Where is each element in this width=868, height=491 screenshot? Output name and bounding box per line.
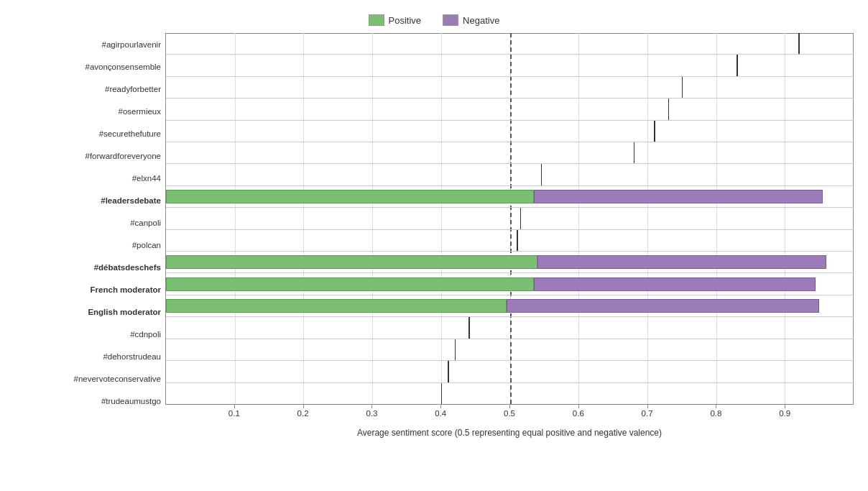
x-axis: 0.10.20.30.40.50.60.70.80.9 bbox=[165, 405, 854, 426]
x-tick-label: 0.8 bbox=[710, 409, 721, 418]
bar-row bbox=[166, 295, 854, 317]
bar-row bbox=[166, 186, 854, 208]
positive-bar bbox=[166, 255, 537, 269]
x-tick-label: 0.1 bbox=[228, 409, 240, 418]
plot-area: 0.10.20.30.40.50.60.70.80.9 Average sent… bbox=[165, 33, 854, 438]
x-tick-label: 0.5 bbox=[504, 409, 515, 418]
x-tick-label: 0.7 bbox=[642, 409, 653, 418]
bar-row bbox=[166, 252, 854, 273]
tick-mark bbox=[668, 98, 670, 119]
positive-legend-label: Positive bbox=[389, 15, 422, 26]
y-label: French moderator bbox=[91, 280, 161, 300]
positive-bar bbox=[166, 299, 507, 313]
x-tick bbox=[716, 405, 716, 408]
bar-row bbox=[166, 230, 854, 252]
x-tick-label: 0.4 bbox=[435, 409, 446, 418]
chart-container: Positive Negative #agirpourlavenir#avonç… bbox=[0, 0, 868, 491]
tick-mark bbox=[468, 317, 470, 338]
bar-row bbox=[166, 208, 854, 229]
y-label: #securethefuture bbox=[99, 124, 161, 144]
x-tick bbox=[785, 405, 785, 408]
y-label: #débatsdeschefs bbox=[94, 257, 161, 277]
bar-rows bbox=[166, 33, 854, 404]
y-label: #dehorstrudeau bbox=[103, 347, 161, 367]
bar-row bbox=[166, 273, 854, 295]
tick-mark bbox=[448, 361, 449, 382]
y-label: #avonçonsensemble bbox=[86, 57, 162, 77]
tick-mark bbox=[517, 230, 518, 251]
negative-bar bbox=[534, 277, 816, 291]
y-labels: #agirpourlavenir#avonçonsensemble#readyf… bbox=[14, 33, 165, 438]
negative-bar bbox=[507, 299, 819, 313]
tick-mark bbox=[441, 383, 443, 404]
chart-area: #agirpourlavenir#avonçonsensemble#readyf… bbox=[14, 33, 854, 438]
bar-row bbox=[166, 142, 854, 164]
y-label: #trudeaumustgo bbox=[101, 391, 161, 411]
y-label: #osermieux bbox=[119, 101, 161, 121]
bar-row bbox=[166, 339, 854, 361]
x-tick-label: 0.6 bbox=[573, 409, 584, 418]
bar-row bbox=[166, 361, 854, 382]
x-tick bbox=[234, 405, 235, 408]
bar-row bbox=[166, 77, 854, 98]
x-tick bbox=[303, 405, 304, 408]
bar-row bbox=[166, 55, 854, 76]
bar-row bbox=[166, 164, 854, 185]
x-tick bbox=[371, 405, 372, 408]
positive-bar bbox=[166, 277, 534, 291]
bar-row bbox=[166, 98, 854, 120]
legend-negative: Negative bbox=[443, 14, 499, 26]
y-label: #elxn44 bbox=[132, 168, 161, 188]
legend-positive: Positive bbox=[369, 14, 422, 26]
x-tick bbox=[578, 405, 579, 408]
x-tick-label: 0.9 bbox=[779, 409, 790, 418]
bar-row bbox=[166, 383, 854, 404]
x-tick bbox=[509, 405, 510, 408]
bars-container bbox=[165, 33, 854, 405]
y-label: #polcan bbox=[132, 235, 161, 255]
x-tick bbox=[647, 405, 648, 408]
bar-row bbox=[166, 33, 854, 55]
positive-bar bbox=[166, 190, 534, 203]
y-label: English moderator bbox=[88, 302, 161, 322]
x-tick-label: 0.3 bbox=[366, 409, 377, 418]
negative-legend-box bbox=[443, 14, 458, 26]
x-tick bbox=[440, 405, 441, 408]
tick-mark bbox=[455, 339, 456, 360]
tick-mark bbox=[737, 55, 738, 75]
y-label: #cdnpoli bbox=[130, 324, 161, 344]
y-label: #agirpourlavenir bbox=[102, 35, 161, 55]
bar-row bbox=[166, 317, 854, 339]
positive-legend-box bbox=[369, 14, 384, 26]
tick-mark bbox=[654, 121, 655, 142]
y-label: #leadersdebate bbox=[101, 191, 161, 211]
bar-row bbox=[166, 121, 854, 142]
tick-mark bbox=[682, 77, 683, 98]
y-label: #forwardforeveryone bbox=[86, 146, 161, 166]
tick-mark bbox=[798, 33, 800, 54]
x-axis-title: Average sentiment score (0.5 representin… bbox=[165, 428, 854, 438]
y-label: #nevervoteconservative bbox=[74, 369, 161, 389]
negative-legend-label: Negative bbox=[463, 15, 499, 26]
negative-bar bbox=[534, 190, 823, 203]
tick-mark bbox=[541, 164, 542, 185]
y-label: #canpoli bbox=[130, 213, 161, 233]
y-label: #readyforbetter bbox=[105, 79, 161, 99]
tick-mark bbox=[634, 142, 635, 163]
x-tick-label: 0.2 bbox=[297, 409, 309, 418]
negative-bar bbox=[537, 255, 826, 269]
legend: Positive Negative bbox=[14, 14, 854, 26]
tick-mark bbox=[520, 208, 522, 229]
